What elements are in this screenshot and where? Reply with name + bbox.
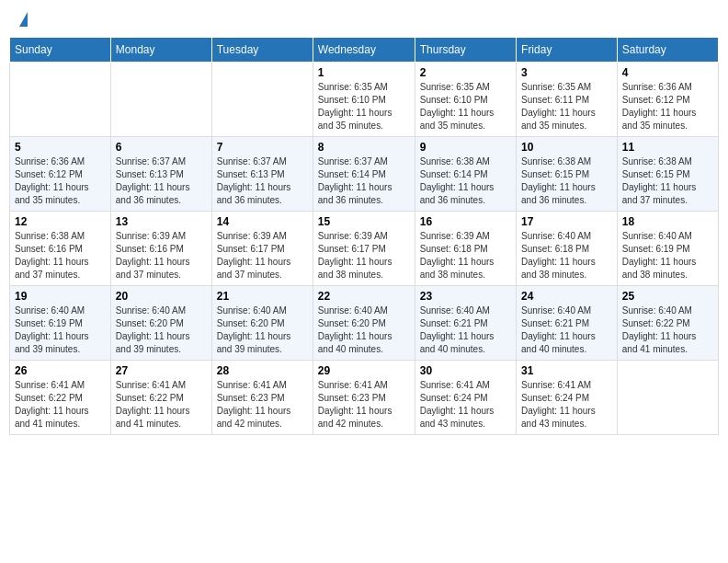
day-number: 30 [420,364,511,377]
day-number: 15 [318,215,410,228]
calendar-cell: 31Sunrise: 6:41 AM Sunset: 6:24 PM Dayli… [517,361,618,435]
calendar-cell: 30Sunrise: 6:41 AM Sunset: 6:24 PM Dayli… [415,361,516,435]
calendar-cell: 17Sunrise: 6:40 AM Sunset: 6:18 PM Dayli… [517,212,618,286]
day-info: Sunrise: 6:39 AM Sunset: 6:16 PM Dayligh… [116,230,207,282]
day-info: Sunrise: 6:39 AM Sunset: 6:17 PM Dayligh… [217,230,308,282]
calendar-week-row: 19Sunrise: 6:40 AM Sunset: 6:19 PM Dayli… [10,286,719,361]
calendar-cell: 18Sunrise: 6:40 AM Sunset: 6:19 PM Dayli… [617,212,718,286]
day-info: Sunrise: 6:38 AM Sunset: 6:15 PM Dayligh… [521,155,612,207]
day-number: 7 [217,141,308,154]
page-header [9,9,719,29]
weekday-header: Tuesday [211,38,313,63]
day-info: Sunrise: 6:38 AM Sunset: 6:14 PM Dayligh… [420,155,511,207]
day-info: Sunrise: 6:40 AM Sunset: 6:21 PM Dayligh… [420,304,511,356]
day-info: Sunrise: 6:40 AM Sunset: 6:18 PM Dayligh… [521,230,612,282]
day-number: 31 [521,364,612,377]
day-number: 9 [420,141,511,154]
logo-icon [19,12,28,27]
calendar-cell: 4Sunrise: 6:36 AM Sunset: 6:12 PM Daylig… [617,63,718,137]
calendar-cell [10,63,111,137]
day-number: 11 [622,141,713,154]
calendar-cell: 24Sunrise: 6:40 AM Sunset: 6:21 PM Dayli… [517,286,618,361]
day-number: 17 [521,215,612,228]
calendar-cell: 7Sunrise: 6:37 AM Sunset: 6:13 PM Daylig… [211,137,313,212]
day-number: 3 [521,66,612,79]
day-info: Sunrise: 6:35 AM Sunset: 6:10 PM Dayligh… [420,81,511,132]
day-info: Sunrise: 6:41 AM Sunset: 6:22 PM Dayligh… [116,379,207,431]
day-number: 24 [521,290,612,303]
day-number: 27 [116,364,207,377]
calendar-cell: 28Sunrise: 6:41 AM Sunset: 6:23 PM Dayli… [211,361,313,435]
weekday-header: Sunday [10,38,111,63]
day-info: Sunrise: 6:39 AM Sunset: 6:17 PM Dayligh… [318,230,410,282]
day-info: Sunrise: 6:36 AM Sunset: 6:12 PM Dayligh… [622,81,713,132]
day-info: Sunrise: 6:36 AM Sunset: 6:12 PM Dayligh… [15,155,106,207]
day-number: 6 [116,141,207,154]
calendar-cell: 11Sunrise: 6:38 AM Sunset: 6:15 PM Dayli… [617,137,718,212]
day-number: 14 [217,215,308,228]
calendar-cell: 8Sunrise: 6:37 AM Sunset: 6:14 PM Daylig… [313,137,415,212]
day-number: 18 [622,215,713,228]
calendar-cell: 23Sunrise: 6:40 AM Sunset: 6:21 PM Dayli… [415,286,516,361]
day-number: 4 [622,66,713,79]
day-number: 8 [318,141,410,154]
calendar-week-row: 26Sunrise: 6:41 AM Sunset: 6:22 PM Dayli… [10,361,719,435]
day-info: Sunrise: 6:37 AM Sunset: 6:13 PM Dayligh… [116,155,207,207]
day-info: Sunrise: 6:41 AM Sunset: 6:24 PM Dayligh… [521,379,612,431]
day-info: Sunrise: 6:41 AM Sunset: 6:24 PM Dayligh… [420,379,511,431]
calendar-week-row: 12Sunrise: 6:38 AM Sunset: 6:16 PM Dayli… [10,212,719,286]
day-number: 19 [15,290,106,303]
day-info: Sunrise: 6:41 AM Sunset: 6:23 PM Dayligh… [217,379,308,431]
day-info: Sunrise: 6:40 AM Sunset: 6:19 PM Dayligh… [622,230,713,282]
calendar-cell: 3Sunrise: 6:35 AM Sunset: 6:11 PM Daylig… [517,63,618,137]
calendar-cell: 10Sunrise: 6:38 AM Sunset: 6:15 PM Dayli… [517,137,618,212]
day-number: 21 [217,290,308,303]
day-number: 23 [420,290,511,303]
calendar-table: SundayMondayTuesdayWednesdayThursdayFrid… [9,37,719,435]
day-info: Sunrise: 6:35 AM Sunset: 6:11 PM Dayligh… [521,81,612,132]
day-number: 20 [116,290,207,303]
calendar-week-row: 1Sunrise: 6:35 AM Sunset: 6:10 PM Daylig… [10,63,719,137]
calendar-cell [211,63,313,137]
day-number: 2 [420,66,511,79]
day-info: Sunrise: 6:38 AM Sunset: 6:15 PM Dayligh… [622,155,713,207]
day-number: 5 [15,141,106,154]
day-info: Sunrise: 6:40 AM Sunset: 6:22 PM Dayligh… [622,304,713,356]
day-info: Sunrise: 6:40 AM Sunset: 6:21 PM Dayligh… [521,304,612,356]
calendar-cell: 20Sunrise: 6:40 AM Sunset: 6:20 PM Dayli… [110,286,211,361]
calendar-cell: 21Sunrise: 6:40 AM Sunset: 6:20 PM Dayli… [211,286,313,361]
calendar-cell [617,361,718,435]
day-info: Sunrise: 6:41 AM Sunset: 6:22 PM Dayligh… [15,379,106,431]
day-number: 22 [318,290,410,303]
day-info: Sunrise: 6:38 AM Sunset: 6:16 PM Dayligh… [15,230,106,282]
day-info: Sunrise: 6:37 AM Sunset: 6:14 PM Dayligh… [318,155,410,207]
calendar-cell: 5Sunrise: 6:36 AM Sunset: 6:12 PM Daylig… [10,137,111,212]
calendar-cell: 9Sunrise: 6:38 AM Sunset: 6:14 PM Daylig… [415,137,516,212]
calendar-cell: 25Sunrise: 6:40 AM Sunset: 6:22 PM Dayli… [617,286,718,361]
day-info: Sunrise: 6:35 AM Sunset: 6:10 PM Dayligh… [318,81,410,132]
weekday-header: Wednesday [313,38,415,63]
calendar-cell [110,63,211,137]
calendar-cell: 14Sunrise: 6:39 AM Sunset: 6:17 PM Dayli… [211,212,313,286]
weekday-header: Monday [110,38,211,63]
weekday-header-row: SundayMondayTuesdayWednesdayThursdayFrid… [10,38,719,63]
calendar-cell: 19Sunrise: 6:40 AM Sunset: 6:19 PM Dayli… [10,286,111,361]
calendar-cell: 29Sunrise: 6:41 AM Sunset: 6:23 PM Dayli… [313,361,415,435]
calendar-cell: 22Sunrise: 6:40 AM Sunset: 6:20 PM Dayli… [313,286,415,361]
calendar-cell: 16Sunrise: 6:39 AM Sunset: 6:18 PM Dayli… [415,212,516,286]
day-info: Sunrise: 6:39 AM Sunset: 6:18 PM Dayligh… [420,230,511,282]
day-number: 13 [116,215,207,228]
day-number: 29 [318,364,410,377]
day-info: Sunrise: 6:40 AM Sunset: 6:20 PM Dayligh… [116,304,207,356]
day-info: Sunrise: 6:40 AM Sunset: 6:19 PM Dayligh… [15,304,106,356]
day-number: 28 [217,364,308,377]
day-number: 1 [318,66,410,79]
calendar-cell: 1Sunrise: 6:35 AM Sunset: 6:10 PM Daylig… [313,63,415,137]
day-info: Sunrise: 6:40 AM Sunset: 6:20 PM Dayligh… [217,304,308,356]
calendar-cell: 12Sunrise: 6:38 AM Sunset: 6:16 PM Dayli… [10,212,111,286]
day-info: Sunrise: 6:41 AM Sunset: 6:23 PM Dayligh… [318,379,410,431]
day-number: 16 [420,215,511,228]
calendar-cell: 6Sunrise: 6:37 AM Sunset: 6:13 PM Daylig… [110,137,211,212]
day-number: 10 [521,141,612,154]
calendar-cell: 15Sunrise: 6:39 AM Sunset: 6:17 PM Dayli… [313,212,415,286]
